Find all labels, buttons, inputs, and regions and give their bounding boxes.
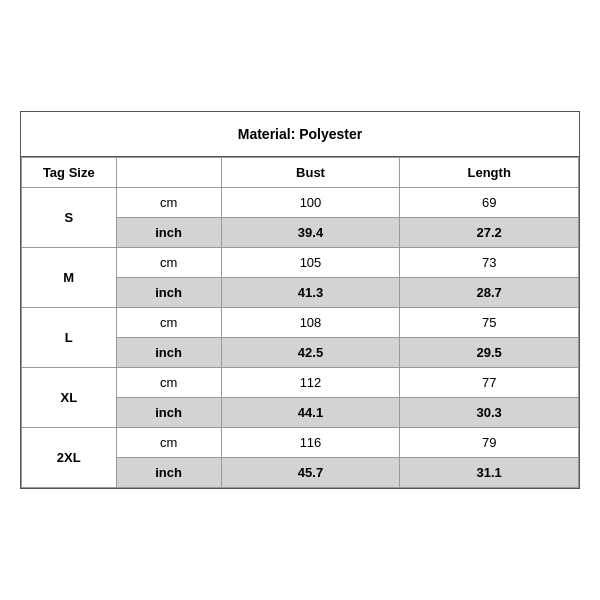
unit-cell: inch	[116, 458, 221, 488]
unit-cell: inch	[116, 218, 221, 248]
length-value: 75	[400, 308, 579, 338]
unit-cell: inch	[116, 278, 221, 308]
size-table: Tag Size Bust Length Scm10069inch39.427.…	[21, 157, 579, 488]
bust-value: 41.3	[221, 278, 400, 308]
length-value: 69	[400, 188, 579, 218]
length-value: 73	[400, 248, 579, 278]
unit-cell: cm	[116, 188, 221, 218]
unit-header	[116, 158, 221, 188]
unit-cell: cm	[116, 428, 221, 458]
length-value: 30.3	[400, 398, 579, 428]
tag-size-header: Tag Size	[22, 158, 117, 188]
bust-value: 116	[221, 428, 400, 458]
bust-header: Bust	[221, 158, 400, 188]
length-value: 31.1	[400, 458, 579, 488]
tag-size-cell: L	[22, 308, 117, 368]
tag-size-cell: XL	[22, 368, 117, 428]
unit-cell: cm	[116, 368, 221, 398]
unit-cell: cm	[116, 308, 221, 338]
tag-size-cell: M	[22, 248, 117, 308]
length-value: 79	[400, 428, 579, 458]
bust-value: 44.1	[221, 398, 400, 428]
bust-value: 39.4	[221, 218, 400, 248]
bust-value: 112	[221, 368, 400, 398]
length-value: 28.7	[400, 278, 579, 308]
size-chart-container: Material: Polyester Tag Size Bust Length…	[20, 111, 580, 489]
material-header: Material: Polyester	[21, 112, 579, 157]
length-header: Length	[400, 158, 579, 188]
length-value: 29.5	[400, 338, 579, 368]
length-value: 27.2	[400, 218, 579, 248]
bust-value: 45.7	[221, 458, 400, 488]
unit-cell: cm	[116, 248, 221, 278]
unit-cell: inch	[116, 338, 221, 368]
bust-value: 42.5	[221, 338, 400, 368]
tag-size-cell: S	[22, 188, 117, 248]
bust-value: 108	[221, 308, 400, 338]
material-title: Material: Polyester	[238, 126, 363, 142]
bust-value: 105	[221, 248, 400, 278]
unit-cell: inch	[116, 398, 221, 428]
length-value: 77	[400, 368, 579, 398]
tag-size-cell: 2XL	[22, 428, 117, 488]
bust-value: 100	[221, 188, 400, 218]
